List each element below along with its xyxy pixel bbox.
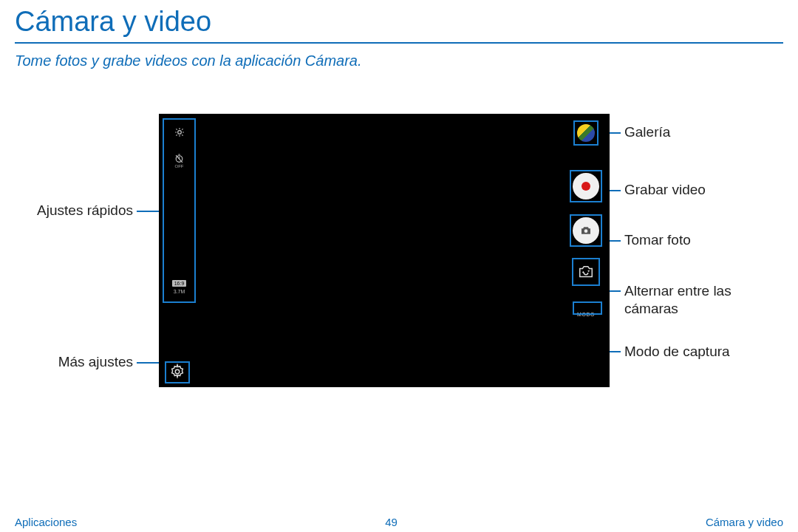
svg-point-14 <box>584 229 588 233</box>
timer-icon[interactable]: OFF <box>174 154 184 169</box>
take-photo-button[interactable] <box>573 217 599 244</box>
label-record-video: Grabar video <box>624 182 706 198</box>
timer-off-label: OFF <box>174 164 184 169</box>
aspect-ratio-setting[interactable]: 16:9 3.7M <box>172 280 187 294</box>
title-divider <box>15 42 783 44</box>
svg-line-5 <box>176 129 177 129</box>
megapixel-label: 3.7M <box>174 289 185 294</box>
label-more-settings: Más ajustes <box>15 354 133 370</box>
label-gallery: Galería <box>624 124 670 140</box>
annotated-diagram: Ajustes rápidos Más ajustes Galería Grab… <box>0 92 798 432</box>
label-switch-camera: Alternar entre las cámaras <box>624 282 743 318</box>
page-footer: Aplicaciones 49 Cámara y video <box>0 511 798 532</box>
svg-line-6 <box>182 134 183 135</box>
page-header: Cámara y video <box>0 0 798 42</box>
switch-camera-button[interactable] <box>576 262 596 282</box>
label-quick-settings: Ajustes rápidos <box>15 202 133 219</box>
footer-page-number: 49 <box>385 516 398 528</box>
right-control-column: MODO <box>573 124 599 317</box>
label-take-photo: Tomar foto <box>624 232 691 248</box>
quick-settings-panel[interactable]: OFF 16:9 3.7M <box>163 118 196 303</box>
device-screenshot: OFF 16:9 3.7M <box>159 114 610 387</box>
mode-button[interactable]: MODO <box>577 312 595 317</box>
footer-section-right: Cámara y video <box>706 516 783 528</box>
settings-gear-icon[interactable] <box>169 364 185 380</box>
footer-section-left: Aplicaciones <box>15 516 77 528</box>
record-dot-icon <box>582 182 590 191</box>
switch-camera-icon <box>578 264 594 280</box>
label-capture-mode: Modo de captura <box>624 343 743 361</box>
record-video-button[interactable] <box>573 173 599 200</box>
svg-point-13 <box>175 369 180 374</box>
page-subtitle: Tome fotos y grabe videos con la aplicac… <box>0 52 798 92</box>
gallery-thumbnail-icon[interactable] <box>577 124 595 142</box>
ratio-badge: 16:9 <box>172 280 187 287</box>
page-title: Cámara y video <box>15 6 783 38</box>
svg-line-8 <box>182 129 183 129</box>
camera-icon <box>580 225 592 236</box>
svg-line-7 <box>176 134 177 135</box>
brightness-icon[interactable] <box>174 127 185 137</box>
svg-point-0 <box>177 131 181 134</box>
